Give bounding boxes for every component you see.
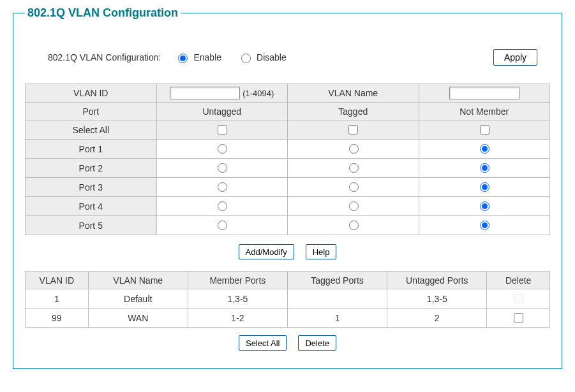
enable-radio[interactable] [178, 54, 188, 63]
port-tagged-radio[interactable] [349, 163, 359, 173]
port-not_member-radio[interactable] [480, 221, 489, 230]
port-not_member-radio[interactable] [480, 163, 489, 173]
select-all-untagged-checkbox[interactable] [218, 125, 227, 134]
vlan-id-row: VLAN ID (1-4094) VLAN Name [26, 84, 550, 103]
port-name: Port 5 [26, 216, 157, 235]
port-name: Port 2 [26, 159, 157, 178]
enable-label: 802.1Q VLAN Configuration: [48, 52, 161, 62]
port-row: Port 3 [26, 178, 550, 197]
port-tagged-radio[interactable] [349, 144, 359, 154]
summary-delete-header: Delete [487, 272, 550, 289]
summary-cell-tagged_ports: 1 [287, 309, 387, 328]
vlan-name-input[interactable] [449, 87, 519, 99]
vlan-config-panel: 802.1Q VLAN Configuration 802.1Q VLAN Co… [13, 6, 562, 369]
port-name: Port 3 [26, 178, 157, 197]
summary-cell-vlan_name: Default [88, 289, 188, 309]
delete-button[interactable]: Delete [298, 335, 336, 351]
select-all-notmember-checkbox[interactable] [480, 125, 489, 134]
enable-radio-group: Enable Disable [175, 52, 286, 63]
summary-vlanid-header: VLAN ID [26, 272, 89, 289]
summary-cell-untagged_ports: 2 [387, 309, 487, 328]
delete-checkbox [514, 294, 523, 303]
enable-radio-label: Enable [193, 52, 221, 62]
vlan-id-input-cell: (1-4094) [156, 84, 288, 103]
port-config-table: VLAN ID (1-4094) VLAN Name Port Untagged… [25, 83, 550, 235]
vlan-id-input[interactable] [170, 87, 240, 99]
port-row: Port 2 [26, 159, 550, 178]
config-button-row: Add/Modify Help [25, 235, 550, 271]
summary-vlanname-header: VLAN Name [88, 272, 188, 289]
summary-untaggedports-header: Untagged Ports [387, 272, 487, 289]
tagged-header: Tagged [288, 103, 419, 120]
port-name: Port 4 [26, 197, 157, 216]
select-all-tagged-checkbox[interactable] [348, 125, 358, 134]
untagged-header: Untagged [156, 103, 288, 120]
disable-radio-item[interactable]: Disable [238, 52, 287, 63]
delete-checkbox[interactable] [514, 313, 523, 323]
summary-cell-member_ports: 1,3-5 [188, 289, 287, 309]
port-tagged-radio[interactable] [349, 201, 359, 211]
summary-header-row: VLAN ID VLAN Name Member Ports Tagged Po… [26, 272, 550, 289]
vlan-summary-table: VLAN ID VLAN Name Member Ports Tagged Po… [25, 271, 550, 328]
enable-row: 802.1Q VLAN Configuration: Enable Disabl… [25, 33, 550, 83]
select-all-label: Select All [26, 120, 157, 140]
vlan-name-input-cell [419, 84, 550, 103]
vlan-id-range: (1-4094) [243, 89, 274, 98]
apply-button[interactable]: Apply [493, 49, 537, 66]
port-untagged-radio[interactable] [218, 201, 227, 211]
disable-radio[interactable] [241, 54, 251, 63]
port-role-header-row: Port Untagged Tagged Not Member [26, 103, 550, 120]
port-tagged-radio[interactable] [349, 221, 359, 230]
help-button[interactable]: Help [306, 244, 337, 259]
select-all-button[interactable]: Select All [239, 335, 287, 351]
summary-cell-tagged_ports [287, 289, 387, 309]
port-not_member-radio[interactable] [480, 182, 489, 192]
port-row: Port 4 [26, 197, 550, 216]
summary-cell-vlan_id: 99 [26, 309, 89, 328]
port-header: Port [26, 103, 157, 120]
summary-cell-member_ports: 1-2 [188, 309, 287, 328]
summary-row: 1Default1,3-51,3-5 [26, 289, 550, 309]
panel-title: 802.1Q VLAN Configuration [25, 6, 181, 20]
select-all-row: Select All [26, 120, 550, 140]
port-tagged-radio[interactable] [349, 182, 359, 192]
not-member-header: Not Member [419, 103, 550, 120]
disable-radio-label: Disable [257, 52, 287, 62]
port-not_member-radio[interactable] [480, 144, 489, 154]
add-modify-button[interactable]: Add/Modify [239, 244, 294, 259]
summary-cell-vlan_id: 1 [26, 289, 89, 309]
vlan-name-header: VLAN Name [288, 84, 419, 103]
port-row: Port 5 [26, 216, 550, 235]
summary-taggedports-header: Tagged Ports [287, 272, 387, 289]
summary-cell-vlan_name: WAN [88, 309, 188, 328]
enable-radio-item[interactable]: Enable [175, 52, 221, 63]
port-untagged-radio[interactable] [218, 163, 227, 173]
port-name: Port 1 [26, 140, 157, 159]
port-untagged-radio[interactable] [218, 144, 227, 154]
summary-cell-untagged_ports: 1,3-5 [387, 289, 487, 309]
summary-button-row: Select All Delete [25, 328, 550, 353]
port-untagged-radio[interactable] [218, 182, 227, 192]
summary-row: 99WAN1-212 [26, 309, 550, 328]
port-not_member-radio[interactable] [480, 201, 489, 211]
port-row: Port 1 [26, 140, 550, 159]
vlan-id-header: VLAN ID [26, 84, 157, 103]
port-untagged-radio[interactable] [218, 221, 227, 230]
summary-memberports-header: Member Ports [188, 272, 287, 289]
